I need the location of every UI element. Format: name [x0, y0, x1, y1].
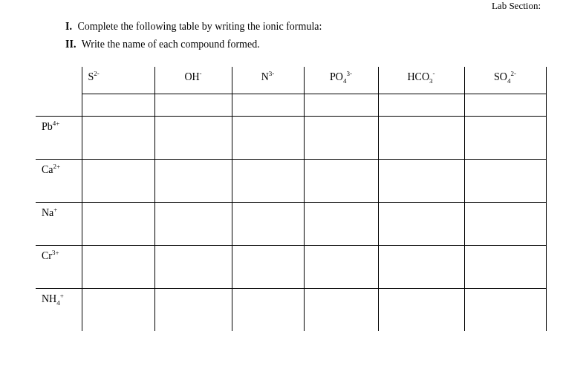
- row-pb: Pb4+: [36, 116, 546, 159]
- row-ca: Ca2+: [36, 159, 546, 202]
- instruction-2: II. Write the name of each compound form…: [65, 39, 322, 50]
- corner-cell: [36, 67, 82, 94]
- cell-ca-n[interactable]: [232, 159, 304, 202]
- cell-nh4-po4[interactable]: [304, 288, 378, 331]
- cr-base: Cr: [42, 250, 52, 261]
- nh4-sup: +: [60, 292, 64, 299]
- na-base: Na: [42, 207, 53, 218]
- oh-base: OH: [184, 71, 199, 82]
- nh4-sub: 4: [56, 298, 60, 306]
- anion-header-po4: PO43-: [304, 67, 378, 94]
- instruction-1-text: Complete the following table by writing …: [77, 21, 322, 32]
- so4-base: SO: [494, 71, 507, 82]
- anion-header-hco3: HCO3-: [378, 67, 464, 94]
- instruction-2-text: Write the name of each compound formed.: [82, 39, 260, 50]
- cell-ca-oh[interactable]: [154, 159, 232, 202]
- ca-base: Ca: [42, 164, 53, 175]
- cell-ca-s[interactable]: [82, 159, 154, 202]
- pb-base: Pb: [42, 121, 53, 132]
- anion-header-s: S2-: [82, 67, 154, 94]
- na-sup: +: [53, 206, 57, 213]
- cell-cr-hco3[interactable]: [378, 245, 464, 288]
- cell-cr-so4[interactable]: [464, 245, 546, 288]
- cell-na-oh[interactable]: [154, 202, 232, 245]
- anion-header-so4: SO42-: [464, 67, 546, 94]
- nh4-base: NH: [42, 293, 56, 304]
- cell-nh4-s[interactable]: [82, 288, 154, 331]
- cell-pb-s[interactable]: [82, 116, 154, 159]
- cell-nh4-so4[interactable]: [464, 288, 546, 331]
- cation-header-nh4: NH4+: [36, 288, 82, 331]
- instruction-2-num: II.: [65, 39, 76, 50]
- hco3-base: HCO: [407, 71, 429, 82]
- ca-sup: 2+: [53, 163, 61, 170]
- po4-base: PO: [330, 71, 343, 82]
- cell-ca-so4[interactable]: [464, 159, 546, 202]
- row-cr: Cr3+: [36, 245, 546, 288]
- cell-na-so4[interactable]: [464, 202, 546, 245]
- anion-header-row: S2- OH- N3- PO43- HCO3- SO42-: [36, 67, 546, 94]
- s-sup: 2-: [94, 70, 100, 77]
- cell-na-n[interactable]: [232, 202, 304, 245]
- anion-header-n: N3-: [232, 67, 304, 94]
- ionic-formula-table: S2- OH- N3- PO43- HCO3- SO42- Pb4+: [36, 67, 547, 331]
- n-sup: 3-: [269, 70, 275, 77]
- cell-na-s[interactable]: [82, 202, 154, 245]
- cell-na-hco3[interactable]: [378, 202, 464, 245]
- cell-pb-n[interactable]: [232, 116, 304, 159]
- cell-ca-hco3[interactable]: [378, 159, 464, 202]
- hco3-sub: 3: [429, 77, 433, 85]
- instruction-1-num: I.: [65, 21, 72, 32]
- instructions-block: I. Complete the following table by writi…: [65, 21, 322, 56]
- po4-sub: 4: [343, 77, 347, 85]
- instruction-1: I. Complete the following table by writi…: [65, 21, 322, 33]
- cell-cr-n[interactable]: [232, 245, 304, 288]
- cell-pb-po4[interactable]: [304, 116, 378, 159]
- anion-header-oh: OH-: [154, 67, 232, 94]
- cation-header-pb: Pb4+: [36, 116, 82, 159]
- cation-header-cr: Cr3+: [36, 245, 82, 288]
- cation-header-na: Na+: [36, 202, 82, 245]
- cell-nh4-oh[interactable]: [154, 288, 232, 331]
- cell-na-po4[interactable]: [304, 202, 378, 245]
- cation-header-ca: Ca2+: [36, 159, 82, 202]
- lab-section-label: Lab Section:: [492, 0, 541, 12]
- cell-ca-po4[interactable]: [304, 159, 378, 202]
- n-base: N: [261, 71, 269, 82]
- cr-sup: 3+: [52, 249, 59, 256]
- row-na: Na+: [36, 202, 546, 245]
- cell-cr-oh[interactable]: [154, 245, 232, 288]
- cell-pb-oh[interactable]: [154, 116, 232, 159]
- pb-sup: 4+: [53, 120, 60, 127]
- oh-sup: -: [200, 70, 202, 77]
- cell-nh4-hco3[interactable]: [378, 288, 464, 331]
- cell-pb-hco3[interactable]: [378, 116, 464, 159]
- so4-sup: 2-: [510, 70, 516, 77]
- cell-pb-so4[interactable]: [464, 116, 546, 159]
- cell-nh4-n[interactable]: [232, 288, 304, 331]
- cell-cr-po4[interactable]: [304, 245, 378, 288]
- so4-sub: 4: [507, 77, 511, 85]
- row-nh4: NH4+: [36, 288, 546, 331]
- gap-row: [36, 94, 546, 116]
- cell-cr-s[interactable]: [82, 245, 154, 288]
- po4-sup: 3-: [346, 70, 352, 77]
- hco3-sup: -: [433, 70, 435, 77]
